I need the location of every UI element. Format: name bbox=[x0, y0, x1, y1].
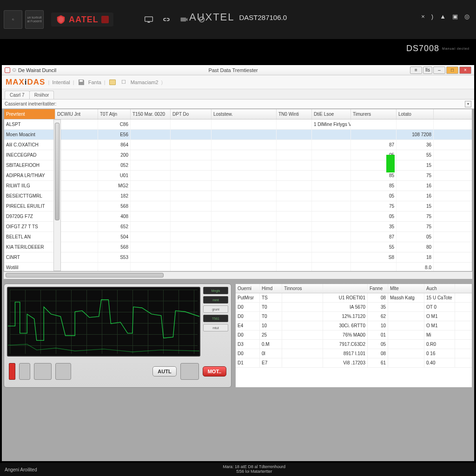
detail-row[interactable]: PutMrsrTSU1 ROETI0108Massh Katg15 U CaTo… bbox=[236, 293, 472, 303]
detail-body: PutMrsrTSU1 ROETI0108Massh Katg15 U CaTo… bbox=[236, 293, 472, 387]
highlight-marker bbox=[386, 155, 395, 172]
cell bbox=[277, 232, 312, 242]
table-row[interactable]: Wotilil8.0 bbox=[4, 263, 472, 271]
col-8[interactable]: Timurers bbox=[351, 109, 397, 119]
camera-icon[interactable] bbox=[179, 16, 189, 23]
detail-cell: 08 bbox=[368, 349, 388, 358]
table-row[interactable]: CiNRTS53S818 bbox=[4, 252, 472, 263]
table-row[interactable]: ADIPRA LR/THIAYU018575 bbox=[4, 171, 472, 181]
folder-icon[interactable] bbox=[108, 78, 117, 86]
cell bbox=[131, 252, 171, 262]
checkbox-icon[interactable]: ☐ bbox=[119, 78, 128, 86]
mode-button[interactable]: MOT.. bbox=[203, 366, 226, 377]
target-icon[interactable]: ◎ bbox=[464, 13, 469, 20]
scope-btn-4[interactable]: T561 bbox=[203, 315, 228, 322]
mcol-6[interactable]: Auch bbox=[424, 284, 455, 293]
badge-icon: ⎋ bbox=[12, 18, 14, 21]
detail-row[interactable]: E41030Ci. 6RTT010O M1 bbox=[236, 321, 472, 331]
tab-2[interactable]: Rniihor bbox=[29, 91, 54, 99]
scope-btn-2[interactable]: mmt bbox=[203, 296, 228, 304]
col-3[interactable]: T150 Mar. 0020 bbox=[131, 109, 171, 119]
col-9[interactable]: Lotato bbox=[397, 109, 434, 119]
moon-icon[interactable]: ) bbox=[431, 13, 433, 20]
col-0[interactable]: Prevrtent bbox=[4, 109, 55, 119]
close-icon[interactable]: × bbox=[421, 13, 425, 20]
table-row[interactable]: RILWT IILGMG28516 bbox=[4, 181, 472, 191]
slot-4[interactable] bbox=[180, 363, 199, 380]
menu-item-1[interactable]: Intential bbox=[52, 79, 70, 85]
table-row[interactable]: SBITALEFIOOH0520315 bbox=[4, 160, 472, 171]
slot-3[interactable] bbox=[55, 363, 71, 380]
table-row[interactable]: ALSPTC861 DlMine Firlygs Vor Wann bbox=[4, 119, 472, 130]
horizontal-scrollbar[interactable] bbox=[4, 271, 472, 279]
window-icon[interactable]: ▣ bbox=[452, 13, 458, 20]
dropdown-arrow-icon[interactable]: ▾ bbox=[465, 101, 471, 107]
close-button[interactable]: × bbox=[459, 66, 471, 74]
minimize-button[interactable]: – bbox=[433, 66, 445, 74]
slot-2[interactable] bbox=[34, 363, 52, 380]
table-row[interactable]: Alil C.OXATICH8648736 bbox=[4, 140, 472, 150]
cell: 408 bbox=[98, 212, 131, 221]
col-6[interactable]: TN0 Winti bbox=[277, 109, 312, 119]
mcol-5[interactable]: Mlte bbox=[388, 284, 424, 293]
cell: Alil C.OXATICH bbox=[4, 140, 55, 150]
detail-row[interactable]: D02576% MA0001Mi bbox=[236, 331, 472, 340]
cell: KIA TERILOEEER bbox=[4, 242, 55, 252]
detail-row[interactable]: D0T0IA 567035OT 0 bbox=[236, 303, 472, 312]
sys-menu-label[interactable]: Ils bbox=[423, 66, 432, 74]
menu-item-2[interactable]: Fanta bbox=[88, 79, 101, 85]
mcol-1[interactable]: Himd bbox=[260, 284, 282, 293]
disk-icon[interactable] bbox=[77, 78, 86, 86]
detail-cell: O M1 bbox=[424, 312, 455, 321]
scope-btn-3[interactable]: gruni bbox=[203, 305, 228, 313]
col-1[interactable]: DCWIU Jnt bbox=[55, 109, 98, 119]
table-row[interactable]: INECCEGPAD2000555 bbox=[4, 150, 472, 160]
scope-btn-1[interactable]: Mngls bbox=[203, 287, 228, 294]
cell bbox=[131, 140, 171, 150]
col-7[interactable]: DtiE Lsoe bbox=[312, 109, 351, 119]
detail-row[interactable]: D0T012%.1712062O M1 bbox=[236, 312, 472, 321]
col-2[interactable]: T0T Atjn bbox=[98, 109, 131, 119]
vertical-scrollbar[interactable] bbox=[53, 119, 61, 271]
table-row[interactable]: PIRECEL ERUILIT5687515 bbox=[4, 201, 472, 212]
mcol-2[interactable]: Tinnoros bbox=[282, 284, 323, 293]
hscroll-thumb[interactable] bbox=[6, 273, 164, 278]
sys-menu-icon[interactable]: ≡ bbox=[410, 66, 422, 74]
detail-row[interactable]: D30.M7917.C63D2050.R0 bbox=[236, 340, 472, 349]
detail-cell: 05 bbox=[368, 340, 388, 349]
col-5[interactable]: Loststew. bbox=[212, 109, 277, 119]
mcol-0[interactable]: Ouerni bbox=[236, 284, 260, 293]
cell: ADIPRA LR/THIAY bbox=[4, 171, 55, 180]
bell-icon[interactable]: ▲ bbox=[440, 13, 446, 20]
cell bbox=[171, 140, 212, 150]
cell bbox=[277, 242, 312, 252]
table-row[interactable]: OIFGT Z7 T TS6523575 bbox=[4, 222, 472, 232]
col-4[interactable]: DPT Do bbox=[171, 109, 212, 119]
circle-icon[interactable] bbox=[197, 16, 206, 23]
table-row[interactable]: Moen MoacintE56108 7208 bbox=[4, 130, 472, 140]
power-button[interactable] bbox=[9, 363, 15, 380]
mcol-3[interactable] bbox=[323, 284, 368, 293]
detail-row[interactable]: D1E7Vi8 .17203610.40 bbox=[236, 358, 472, 368]
brand-text: AATEL bbox=[69, 15, 99, 25]
table-row[interactable]: BESEICTTGMRL1820516 bbox=[4, 191, 472, 201]
detail-row[interactable]: D00l8917 I.101080 16 bbox=[236, 349, 472, 358]
table-row[interactable]: BELETL AN5048705 bbox=[4, 232, 472, 242]
auto-button[interactable]: AUTL bbox=[152, 366, 176, 377]
cell bbox=[212, 119, 277, 129]
menu-item-3[interactable]: Mamaciam2 bbox=[131, 79, 159, 85]
tab-1[interactable]: Casrl 7 bbox=[5, 91, 30, 99]
link-icon[interactable] bbox=[162, 16, 171, 23]
screen-icon[interactable] bbox=[144, 16, 153, 23]
restore-button[interactable]: □ bbox=[446, 66, 458, 74]
mcol-4[interactable]: Fanne bbox=[368, 284, 388, 293]
scope-btn-5[interactable]: mtut bbox=[203, 324, 228, 331]
cell bbox=[212, 181, 277, 191]
table-row[interactable]: KIA TERILOEEER5685580 bbox=[4, 242, 472, 252]
slot-1[interactable] bbox=[19, 363, 30, 380]
scrollbar-thumb[interactable] bbox=[55, 123, 60, 220]
detail-cell bbox=[388, 358, 424, 367]
table-row[interactable]: D9720G F7Z4080575 bbox=[4, 212, 472, 222]
svg-rect-0 bbox=[145, 17, 152, 21]
cell bbox=[212, 242, 277, 252]
